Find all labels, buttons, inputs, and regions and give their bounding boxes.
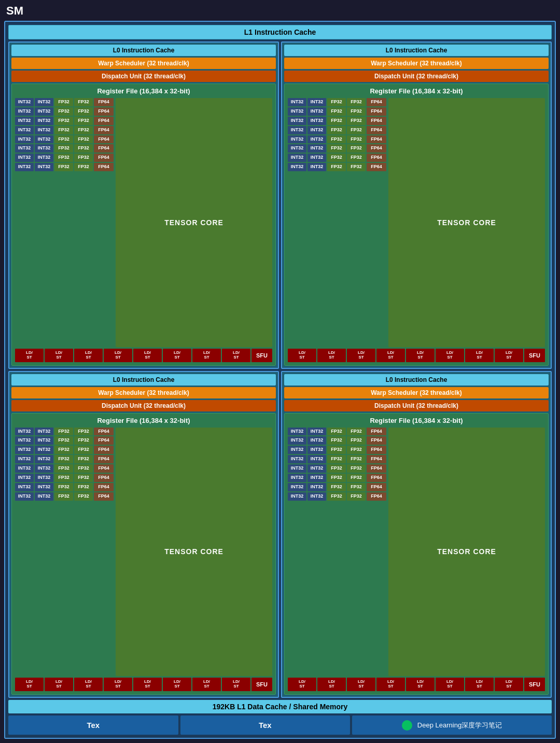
register-file-title: Register File (16,384 x 32-bit)	[288, 417, 545, 424]
ld-st-cell: LD/ ST	[104, 678, 132, 691]
quadrant-q2: L0 Instruction CacheWarp Scheduler (32 t…	[281, 42, 552, 369]
fp64-unit: FP64	[367, 436, 386, 445]
core-row: INT32INT32FP32FP32FP64	[15, 446, 114, 454]
int32-unit: INT32	[288, 474, 306, 482]
tensor-core: TENSOR CORE	[388, 98, 545, 347]
fp32-unit: FP32	[327, 117, 346, 125]
fp64-unit: FP64	[94, 464, 114, 473]
core-row: INT32INT32FP32FP32FP64	[15, 483, 114, 491]
fp32-unit: FP32	[347, 98, 366, 106]
fp64-unit: FP64	[94, 98, 114, 106]
int32-unit: INT32	[307, 98, 326, 106]
fp64-unit: FP64	[94, 446, 114, 454]
sfu-cell: SFU	[524, 678, 545, 691]
int32-unit: INT32	[307, 474, 326, 482]
ld-st-cell: LD/ ST	[495, 678, 523, 691]
fp32-unit: FP32	[74, 107, 93, 116]
fp64-unit: FP64	[367, 154, 386, 162]
fp32-unit: FP32	[327, 107, 346, 116]
int32-unit: INT32	[15, 428, 34, 436]
int32-unit: INT32	[15, 455, 34, 463]
int32-unit: INT32	[288, 492, 306, 501]
ld-st-cell: LD/ ST	[376, 678, 405, 691]
fp32-unit: FP32	[327, 126, 346, 134]
fp32-unit: FP32	[347, 163, 366, 171]
int32-unit: INT32	[307, 144, 326, 153]
wechat-icon	[402, 720, 412, 731]
l0-instruction-cache: L0 Instruction Cache	[11, 374, 276, 386]
fp64-unit: FP64	[94, 154, 114, 162]
cores-left: INT32INT32FP32FP32FP64INT32INT32FP32FP32…	[15, 98, 114, 347]
fp64-unit: FP64	[94, 117, 114, 125]
register-file-area: Register File (16,384 x 32-bit)INT32INT3…	[11, 413, 276, 695]
ld-st-cell: LD/ ST	[133, 678, 162, 691]
cores-left: INT32INT32FP32FP32FP64INT32INT32FP32FP32…	[15, 428, 114, 677]
tex-cell-1: Tex	[180, 716, 351, 735]
core-row: INT32INT32FP32FP32FP64	[288, 107, 386, 116]
ld-st-cell: LD/ ST	[45, 678, 73, 691]
fp32-unit: FP32	[74, 135, 93, 144]
l0-instruction-cache: L0 Instruction Cache	[284, 45, 549, 56]
int32-unit: INT32	[307, 107, 326, 116]
core-row: INT32INT32FP32FP32FP64	[288, 428, 386, 436]
int32-unit: INT32	[288, 455, 306, 463]
fp32-unit: FP32	[74, 154, 93, 162]
ld-st-cell: LD/ ST	[15, 678, 44, 691]
cores-left: INT32INT32FP32FP32FP64INT32INT32FP32FP32…	[288, 428, 386, 677]
fp64-unit: FP64	[367, 135, 386, 144]
sfu-cell: SFU	[251, 678, 272, 691]
fp32-unit: FP32	[327, 163, 346, 171]
int32-unit: INT32	[15, 163, 34, 171]
core-row: INT32INT32FP32FP32FP64	[288, 436, 386, 445]
fp32-unit: FP32	[54, 117, 73, 125]
int32-unit: INT32	[35, 483, 53, 491]
fp32-unit: FP32	[347, 464, 366, 473]
int32-unit: INT32	[307, 428, 326, 436]
ld-st-row: LD/ STLD/ STLD/ STLD/ STLD/ STLD/ STLD/ …	[15, 349, 272, 362]
ld-st-cell: LD/ ST	[163, 678, 191, 691]
tex-cell-0: Tex	[8, 716, 178, 735]
sm-title: SM	[4, 4, 556, 18]
fp64-unit: FP64	[367, 117, 386, 125]
sfu-cell: SFU	[524, 349, 545, 362]
int32-unit: INT32	[307, 154, 326, 162]
ld-st-cell: LD/ ST	[222, 678, 250, 691]
warp-scheduler: Warp Scheduler (32 thread/clk)	[284, 58, 549, 69]
int32-unit: INT32	[15, 107, 34, 116]
int32-unit: INT32	[35, 474, 53, 482]
core-row: INT32INT32FP32FP32FP64	[15, 436, 114, 445]
fp32-unit: FP32	[327, 154, 346, 162]
int32-unit: INT32	[288, 126, 306, 134]
ld-st-cell: LD/ ST	[45, 349, 73, 362]
ld-st-cell: LD/ ST	[133, 349, 162, 362]
fp32-unit: FP32	[54, 436, 73, 445]
int32-unit: INT32	[15, 154, 34, 162]
ld-st-cell: LD/ ST	[163, 349, 191, 362]
core-row: INT32INT32FP32FP32FP64	[15, 144, 114, 153]
fp32-unit: FP32	[347, 492, 366, 501]
fp32-unit: FP32	[327, 455, 346, 463]
int32-unit: INT32	[35, 154, 53, 162]
fp32-unit: FP32	[54, 126, 73, 134]
fp32-unit: FP32	[347, 428, 366, 436]
int32-unit: INT32	[288, 428, 306, 436]
tensor-core: TENSOR CORE	[116, 428, 272, 677]
dispatch-unit: Dispatch Unit (32 thread/clk)	[284, 71, 549, 82]
fp32-unit: FP32	[74, 428, 93, 436]
int32-unit: INT32	[15, 126, 34, 134]
int32-unit: INT32	[15, 98, 34, 106]
fp64-unit: FP64	[367, 144, 386, 153]
core-row: INT32INT32FP32FP32FP64	[288, 464, 386, 473]
fp64-unit: FP64	[367, 464, 386, 473]
int32-unit: INT32	[15, 492, 34, 501]
cores-grid: INT32INT32FP32FP32FP64INT32INT32FP32FP32…	[288, 428, 545, 677]
ld-st-cell: LD/ ST	[347, 349, 375, 362]
fp32-unit: FP32	[327, 446, 346, 454]
l1-data-cache: 192KB L1 Data Cache / Shared Memory	[8, 700, 552, 713]
int32-unit: INT32	[307, 117, 326, 125]
warp-scheduler: Warp Scheduler (32 thread/clk)	[284, 387, 549, 398]
fp32-unit: FP32	[347, 144, 366, 153]
int32-unit: INT32	[35, 492, 53, 501]
fp32-unit: FP32	[54, 163, 73, 171]
fp64-unit: FP64	[367, 474, 386, 482]
